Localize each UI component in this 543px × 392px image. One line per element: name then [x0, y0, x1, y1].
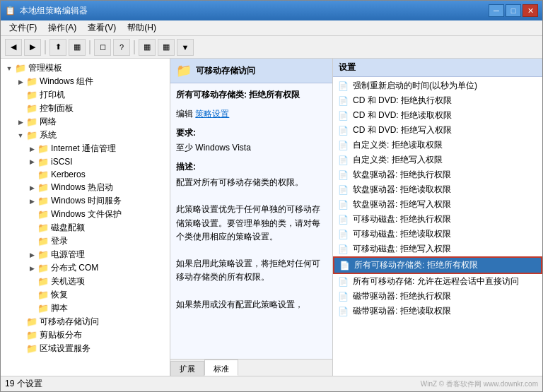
settings-label: CD 和 DVD: 拒绝执行权限	[353, 95, 452, 107]
tree-expander[interactable]	[26, 276, 37, 287]
tree-item-recovery[interactable]: 📁 恢复	[1, 288, 170, 302]
tabs-bar: 扩展 标准	[170, 359, 332, 376]
tree-item-win-boot[interactable]: ▶ 📁 Windows 热启动	[1, 181, 170, 194]
settings-label: 磁带驱动器: 拒绝执行权限	[353, 290, 451, 302]
folder-icon: 📁	[37, 169, 49, 180]
filter-button[interactable]: ▼	[177, 39, 194, 56]
settings-icon: 📄	[337, 244, 349, 255]
tree-item-login[interactable]: 📁 登录	[1, 234, 170, 248]
tree-expander[interactable]: ▼	[4, 63, 15, 74]
settings-item[interactable]: 📄 所有可移动存储: 允许在远程会话中直接访问	[333, 274, 542, 289]
tree-label: 系统	[40, 129, 57, 141]
tree-item-removable[interactable]: 📁 可移动存储访问	[1, 315, 170, 328]
tree-expander[interactable]	[15, 330, 26, 341]
tree-item-win-time[interactable]: ▶ 📁 Windows 时间服务	[1, 194, 170, 208]
tree-label: Windows 文件保护	[51, 208, 122, 220]
settings-item[interactable]: 📄 磁带驱动器: 拒绝执行权限	[333, 289, 542, 304]
tree-item-win-components[interactable]: ▶ 📁 Windows 组件	[1, 75, 170, 88]
tab-standard[interactable]: 标准	[204, 360, 238, 376]
settings-item[interactable]: 📄 CD 和 DVD: 拒绝读取权限	[333, 108, 542, 123]
settings-item[interactable]: 📄 自定义类: 拒绝读取权限	[333, 138, 542, 153]
tree-item-iscsi[interactable]: ▶ 📁 iSCSI	[1, 155, 170, 168]
tree-expander[interactable]	[26, 236, 37, 247]
window-title: 本地组策略编辑器	[20, 5, 88, 17]
tree-item-clipboard[interactable]: 📁 剪贴板分布	[1, 328, 170, 342]
view3-button[interactable]: ▦	[158, 39, 175, 56]
tree-expander[interactable]	[15, 343, 26, 355]
tree-item-network[interactable]: ▶ 📁 网络	[1, 115, 170, 129]
folder-icon: 📁	[26, 316, 37, 328]
settings-item[interactable]: 📄 可移动磁盘: 拒绝读取权限	[333, 227, 542, 242]
settings-item[interactable]: 📄 可移动磁盘: 拒绝执行权限	[333, 212, 542, 227]
tree-expander[interactable]	[26, 222, 37, 234]
settings-item[interactable]: 📄 软盘驱动器: 拒绝读取权限	[333, 182, 542, 197]
tree-item-disk-quota[interactable]: 📁 磁盘配额	[1, 221, 170, 234]
settings-icon: 📄	[337, 306, 349, 317]
tree-expander[interactable]	[15, 316, 26, 328]
tab-expand[interactable]: 扩展	[170, 361, 204, 376]
tree-item-system[interactable]: ▼ 📁 系统	[1, 129, 170, 142]
up-button[interactable]: ⬆	[49, 39, 66, 56]
settings-item[interactable]: 📄 磁带驱动器: 拒绝读取权限	[333, 304, 542, 319]
settings-icon: 📄	[337, 170, 349, 181]
tree-expander[interactable]: ▶	[26, 182, 37, 194]
tree-expander[interactable]	[26, 209, 37, 220]
tree-expander[interactable]: ▶	[26, 249, 37, 261]
settings-item[interactable]: 📄 软盘驱动器: 拒绝执行权限	[333, 167, 542, 182]
watermark-text: WinZ © 香客软件网 www.downkr.com	[421, 379, 538, 389]
settings-label: 强制重新启动的时间(以秒为单位)	[353, 80, 477, 92]
help-button[interactable]: ?	[113, 39, 130, 56]
settings-item-selected[interactable]: 📄 所有可移动存储类: 拒绝所有权限	[333, 256, 542, 274]
tree-item-power[interactable]: ▶ 📁 电源管理	[1, 248, 170, 261]
view-button[interactable]: ▦	[69, 39, 86, 56]
folder-icon: 📁	[37, 156, 49, 167]
tree-expander[interactable]: ▶	[26, 196, 37, 207]
settings-item[interactable]: 📄 CD 和 DVD: 拒绝写入权限	[333, 123, 542, 138]
minimize-button[interactable]: ─	[489, 4, 504, 17]
menu-action[interactable]: 操作(A)	[42, 20, 82, 35]
tree-item-locale[interactable]: 📁 区域设置服务	[1, 342, 170, 355]
tree-item-shutdown[interactable]: 📁 关机选项	[1, 275, 170, 288]
tree-item-win-file[interactable]: 📁 Windows 文件保护	[1, 208, 170, 221]
settings-item[interactable]: 📄 强制重新启动的时间(以秒为单位)	[333, 78, 542, 93]
tree-label: 电源管理	[51, 249, 85, 261]
tree-expander[interactable]	[26, 169, 37, 180]
tree-expander[interactable]: ▶	[26, 263, 37, 274]
tree-item-scripts[interactable]: 📁 脚本	[1, 302, 170, 315]
folder-icon: 📁	[37, 236, 49, 247]
menu-view[interactable]: 查看(V)	[82, 20, 122, 35]
settings-item[interactable]: 📄 软盘驱动器: 拒绝写入权限	[333, 197, 542, 212]
toolbar-sep-1	[45, 40, 46, 54]
forward-button[interactable]: ▶	[24, 39, 41, 56]
settings-item[interactable]: 📄 自定义类: 拒绝写入权限	[333, 153, 542, 167]
tree-expander[interactable]	[26, 303, 37, 314]
policy-settings-link[interactable]: 策略设置	[195, 109, 229, 119]
tree-expander[interactable]	[15, 103, 26, 114]
close-button[interactable]: ✕	[522, 4, 538, 17]
menu-file[interactable]: 文件(F)	[4, 20, 42, 35]
settings-item[interactable]: 📄 CD 和 DVD: 拒绝执行权限	[333, 93, 542, 108]
tree-expander[interactable]: ▶	[26, 156, 37, 167]
settings-item[interactable]: 📄 可移动磁盘: 拒绝写入权限	[333, 242, 542, 256]
back-button[interactable]: ◀	[5, 39, 22, 56]
tree-label: 控制面板	[40, 102, 74, 114]
maximize-button[interactable]: □	[506, 4, 521, 17]
tree-item-kerberos[interactable]: 📁 Kerberos	[1, 168, 170, 181]
tree-item-internet[interactable]: ▶ 📁 Internet 通信管理	[1, 142, 170, 155]
tree-item-printer[interactable]: 📁 打印机	[1, 88, 170, 102]
tree-expander[interactable]	[15, 90, 26, 101]
tree-expander[interactable]: ▶	[15, 76, 26, 88]
view2-button[interactable]: ▦	[139, 39, 156, 56]
tree-expander[interactable]: ▼	[15, 130, 26, 141]
tree-label: 恢复	[51, 289, 68, 301]
tree-item-dcom[interactable]: ▶ 📁 分布式 COM	[1, 261, 170, 275]
tree-expander[interactable]: ▶	[15, 117, 26, 128]
tree-item-control-panel[interactable]: 📁 控制面板	[1, 102, 170, 115]
export-button[interactable]: ◻	[94, 39, 111, 56]
tree-item-root[interactable]: ▼ 📁 管理模板	[1, 61, 170, 75]
tree-expander[interactable]: ▶	[26, 143, 37, 155]
tree-expander[interactable]	[26, 290, 37, 301]
menu-help[interactable]: 帮助(H)	[122, 20, 162, 35]
requires-label: 要求:	[176, 127, 327, 139]
tree-panel: ▼ 📁 管理模板 ▶ 📁 Windows 组件 📁 打印机	[1, 59, 170, 376]
